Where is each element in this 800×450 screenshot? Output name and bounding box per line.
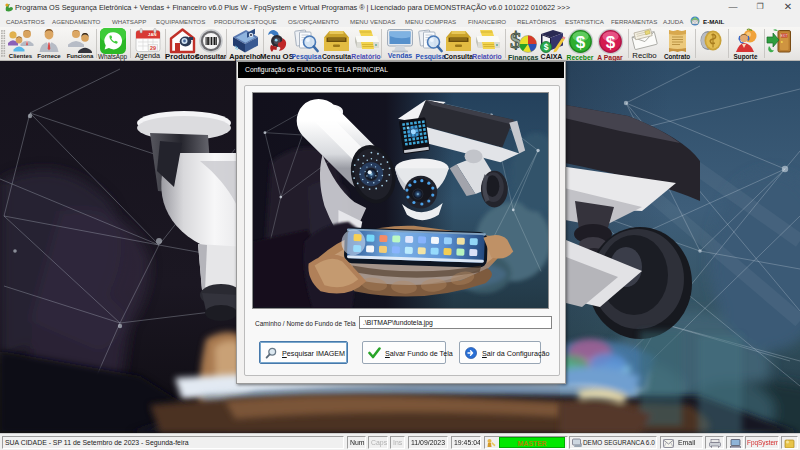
svg-text:$: $ [575,33,585,52]
svg-text:$: $ [510,28,522,53]
svg-text:JAN: JAN [148,32,156,37]
svg-text:$: $ [543,42,548,52]
svg-text:EXIT: EXIT [781,34,788,38]
svg-text:$: $ [605,33,615,52]
